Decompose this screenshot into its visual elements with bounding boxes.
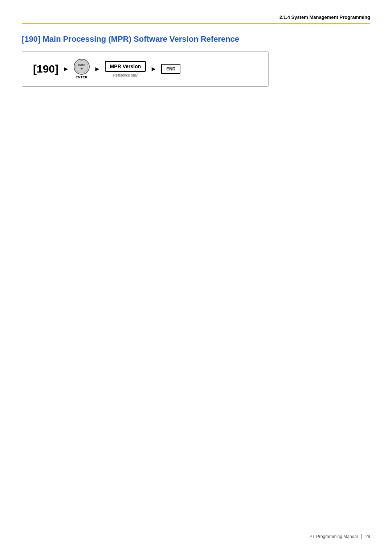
mpr-version-box: MPR Version: [105, 61, 146, 72]
page-title: [190] Main Processing (MPR) Software Ver…: [22, 34, 370, 44]
end-box: END: [161, 64, 180, 74]
footer-manual-name: PT Programming Manual: [309, 534, 358, 539]
reference-only-label: Reference only: [113, 73, 138, 77]
code-label: [190]: [33, 63, 58, 75]
footer-page-number: 29: [366, 534, 370, 539]
end-container: END: [161, 64, 180, 74]
mpr-version-container: MPR Version Reference only: [105, 61, 146, 77]
footer-divider: [362, 534, 362, 539]
footer: PT Programming Manual 29: [22, 530, 370, 539]
flow-diagram: [190] ► ENTER ENTER ► MPR Version Refere…: [22, 51, 269, 87]
header-section: 2.1.4 System Management Programming: [22, 15, 370, 24]
enter-circle-text: ENTER: [78, 64, 85, 66]
enter-label: ENTER: [75, 75, 87, 79]
arrow-1: ►: [63, 65, 69, 73]
page-container: 2.1.4 System Management Programming [190…: [0, 0, 392, 554]
enter-button-container: ENTER ENTER: [74, 59, 90, 79]
arrow-2: ►: [94, 65, 101, 73]
enter-circle: ENTER: [74, 59, 90, 75]
arrow-3: ►: [150, 65, 157, 73]
section-title: 2.1.4 System Management Programming: [279, 15, 370, 20]
enter-circle-inner: ENTER: [75, 60, 88, 73]
